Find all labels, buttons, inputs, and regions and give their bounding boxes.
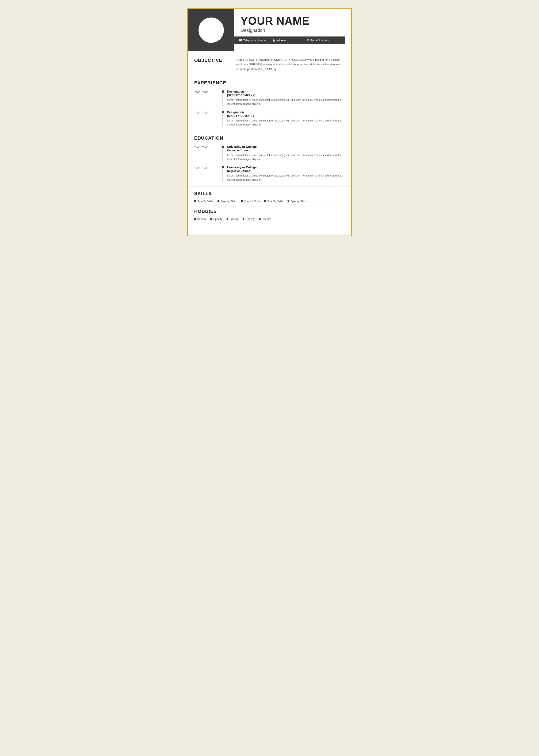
hobby-item-3: Specify (227, 217, 239, 221)
resume-document: YOUR NAME Designation ☎ Telephone Number… (187, 8, 352, 236)
edu-dot-2 (222, 166, 224, 168)
edu-timeline-line-2 (222, 166, 224, 182)
hobby-bullet-5 (259, 218, 261, 220)
exp-timeline-line-1 (222, 90, 224, 106)
exp-content-2: Designation [SPECIFY COMPANY] Lorem ipsu… (227, 110, 345, 127)
exp-timeline-line-2 (222, 110, 224, 127)
exp-title-2: Designation (227, 110, 345, 114)
hobby-item-1: Specify (194, 217, 206, 221)
hobby-item-4: Specify (243, 217, 255, 221)
experience-entries: Year - Year Designation [SPECIFY COMPANY… (194, 90, 345, 127)
exp-vline-1 (223, 93, 223, 106)
skill-item-5: Specify Skills (287, 200, 307, 203)
exp-desc-2: Lorem ipsum dolor sit amet, consectetuer… (227, 119, 345, 127)
skill-item-2: Specify Skills (217, 200, 237, 203)
skill-label-1: Specify Skills (197, 200, 213, 203)
edu-year-2: Year - Year (194, 166, 222, 182)
objective-content: I am a [SPECIFY] graduate of [UNIVERSITY… (234, 58, 345, 72)
education-title: EDUCATION (194, 135, 345, 141)
hobby-item-5: Specify (259, 217, 271, 221)
exp-company-1: [SPECIFY COMPANY] (227, 94, 345, 97)
education-section: EDUCATION Year - Year University or Coll… (188, 131, 351, 186)
exp-company-2: [SPECIFY COMPANY] (227, 114, 345, 117)
hobby-label-3: Specify (230, 217, 239, 221)
hobbies-list: Specify Specify Specify Specify Specify (194, 217, 345, 222)
photo-section (188, 9, 234, 51)
skill-item-1: Specify Skills (194, 200, 213, 203)
exp-dot-1 (222, 91, 224, 93)
hobby-bullet-3 (227, 218, 228, 220)
address-icon: ◉ (272, 38, 275, 42)
edu-content-1: University or College Degree or Course L… (227, 145, 345, 161)
phone-contact: ☎ Telephone Number (239, 38, 272, 42)
skills-list: Specify Skills Specify Skills Specify Sk… (194, 200, 345, 204)
edu-desc-2: Lorem ipsum dolor sit amet, consectetuer… (227, 174, 345, 182)
hobby-label-4: Specify (246, 217, 255, 221)
edu-degree-2: Degree or Course (227, 169, 345, 172)
skill-bullet-3 (241, 200, 243, 202)
address-contact: ◉ Address (272, 38, 307, 42)
exp-dot-2 (222, 111, 224, 113)
phone-text: Telephone Number (244, 39, 267, 42)
experience-entry-2: Year - Year Designation [SPECIFY COMPANY… (194, 110, 345, 127)
exp-content-1: Designation [SPECIFY COMPANY] Lorem ipsu… (227, 90, 345, 106)
edu-vline-2 (223, 168, 223, 182)
edu-content-2: University or College Degree or Course L… (227, 166, 345, 182)
header-info: YOUR NAME Designation ☎ Telephone Number… (234, 9, 351, 51)
hobby-item-2: Specify (210, 217, 222, 221)
edu-timeline-line-1 (222, 145, 224, 161)
edu-year-1: Year - Year (194, 145, 222, 161)
hobby-bullet-1 (194, 218, 196, 220)
objective-label-col: OBJECTIVE (194, 58, 234, 72)
education-entries: Year - Year University or College Degree… (194, 145, 345, 182)
objective-title: OBJECTIVE (194, 58, 234, 63)
experience-title: EXPERIENCE (194, 80, 345, 86)
skill-label-4: Specify Skills (267, 200, 283, 203)
hobby-label-2: Specify (213, 217, 222, 221)
designation-heading: Designation (241, 28, 345, 33)
email-contact: ✉ E-mail Address (307, 38, 341, 42)
header-section: YOUR NAME Designation ☎ Telephone Number… (188, 9, 351, 51)
skill-label-5: Specify Skills (290, 200, 307, 203)
hobby-label-1: Specify (197, 217, 206, 221)
skill-bullet-4 (264, 200, 266, 202)
edu-degree-1: Degree or Course (227, 149, 345, 152)
hobby-bullet-2 (210, 218, 212, 220)
skill-bullet-2 (217, 200, 219, 202)
edu-vline-1 (223, 148, 223, 161)
address-text: Address (276, 39, 286, 42)
objective-section: OBJECTIVE I am a [SPECIFY] graduate of [… (188, 51, 351, 76)
experience-section: EXPERIENCE Year - Year Designation [SPEC… (188, 76, 351, 131)
skills-section: SKILLS Specify Skills Specify Skills Spe… (188, 186, 351, 206)
contact-bar: ☎ Telephone Number ◉ Address ✉ E-mail Ad… (234, 36, 345, 44)
hobby-label-5: Specify (262, 217, 271, 221)
hobbies-title: HOBBIES (194, 209, 345, 214)
hobbies-section: HOBBIES Specify Specify Specify Specify … (188, 206, 351, 228)
skill-bullet-1 (194, 200, 196, 202)
email-text: E-mail Address (310, 39, 329, 42)
skill-bullet-5 (287, 200, 289, 202)
exp-year-1: Year - Year (194, 90, 222, 106)
exp-desc-1: Lorem ipsum dolor sit amet, consectetuer… (227, 98, 345, 106)
skill-label-3: Specify Skills (244, 200, 260, 203)
exp-year-2: Year - Year (194, 110, 222, 127)
education-entry-1: Year - Year University or College Degree… (194, 145, 345, 161)
edu-desc-1: Lorem ipsum dolor sit amet, consectetuer… (227, 153, 345, 161)
phone-icon: ☎ (239, 38, 242, 42)
exp-vline-2 (223, 113, 223, 127)
email-icon: ✉ (307, 38, 309, 42)
edu-institution-1: University or College (227, 145, 345, 149)
skill-label-2: Specify Skills (220, 200, 237, 203)
exp-title-1: Designation (227, 90, 345, 93)
skill-item-4: Specify Skills (264, 200, 283, 203)
skills-title: SKILLS (194, 191, 345, 196)
name-heading: YOUR NAME (241, 15, 345, 26)
skill-item-3: Specify Skills (241, 200, 260, 203)
hobby-bullet-4 (243, 218, 244, 220)
objective-text: I am a [SPECIFY] graduate of [UNIVERSITY… (237, 58, 345, 72)
edu-institution-2: University or College (227, 166, 345, 169)
profile-photo (198, 18, 224, 43)
edu-dot-1 (222, 146, 224, 148)
experience-entry-1: Year - Year Designation [SPECIFY COMPANY… (194, 90, 345, 106)
education-entry-2: Year - Year University or College Degree… (194, 166, 345, 182)
